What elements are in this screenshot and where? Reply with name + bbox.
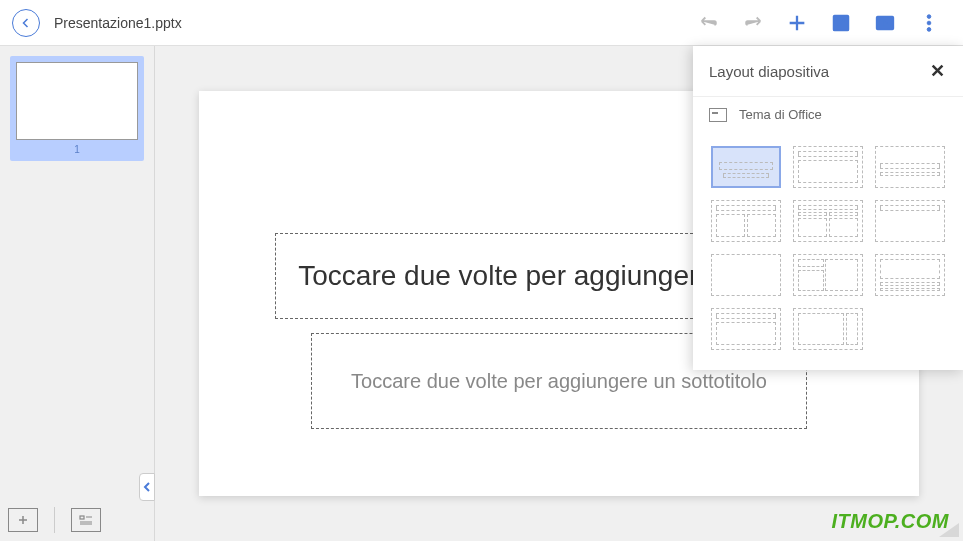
theme-icon — [709, 108, 727, 122]
layout-content-caption[interactable] — [793, 254, 863, 296]
layout-vertical-text[interactable] — [711, 308, 781, 350]
panel-header: Layout diapositiva ✕ — [693, 46, 963, 96]
close-icon[interactable]: ✕ — [927, 60, 947, 82]
add-slide-button[interactable] — [8, 508, 38, 532]
undo-button[interactable] — [687, 1, 731, 45]
watermark: ITMOP.COM — [832, 510, 949, 533]
menu-button[interactable] — [907, 1, 951, 45]
layout-title-slide[interactable] — [711, 146, 781, 188]
svg-point-2 — [927, 14, 931, 18]
svg-point-3 — [927, 21, 931, 25]
layout-two-content[interactable] — [711, 200, 781, 242]
theme-name: Tema di Office — [739, 107, 822, 122]
layout-title-only[interactable] — [875, 200, 945, 242]
redo-button[interactable] — [731, 1, 775, 45]
slide-panel: 1 — [0, 46, 155, 541]
add-button[interactable] — [775, 1, 819, 45]
layout-grid — [693, 132, 963, 370]
layout-panel: Layout diapositiva ✕ Tema di Office — [693, 46, 963, 370]
panel-title: Layout diapositiva — [709, 63, 927, 80]
present-button[interactable] — [863, 1, 907, 45]
outline-view-button[interactable] — [71, 508, 101, 532]
divider — [54, 507, 55, 533]
edit-button[interactable] — [819, 1, 863, 45]
toolbar: Presentazione1.pptx — [0, 0, 963, 46]
slide-thumbnail — [16, 62, 138, 140]
svg-point-4 — [927, 27, 931, 31]
svg-rect-5 — [80, 516, 84, 519]
layout-section-header[interactable] — [875, 146, 945, 188]
slide-thumbnail-selected[interactable]: 1 — [10, 56, 144, 161]
slide-number: 1 — [16, 144, 138, 155]
layout-title-content[interactable] — [793, 146, 863, 188]
filename: Presentazione1.pptx — [54, 15, 182, 31]
collapse-sidebar-button[interactable] — [139, 473, 155, 501]
sidebar-tools — [8, 507, 101, 533]
layout-comparison[interactable] — [793, 200, 863, 242]
back-button[interactable] — [12, 9, 40, 37]
layout-vertical-title-text[interactable] — [793, 308, 863, 350]
layout-blank[interactable] — [711, 254, 781, 296]
theme-row: Tema di Office — [693, 96, 963, 132]
layout-picture-caption[interactable] — [875, 254, 945, 296]
